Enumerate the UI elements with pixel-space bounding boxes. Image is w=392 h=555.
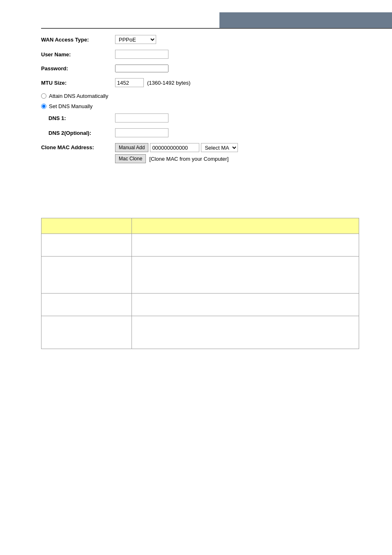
table-cell-right-2 — [132, 257, 359, 294]
mac-clone-hint: [Clone MAC from your Computer] — [149, 156, 228, 162]
password-row: Password: — [41, 65, 359, 72]
clone-mac-inner-row1: Manual Add Select MAC — [115, 143, 238, 152]
table-row — [42, 294, 359, 316]
dns2-row: DNS 2(Optional): — [41, 128, 359, 137]
table-cell-right-1 — [132, 234, 359, 257]
table-header-row — [42, 218, 359, 234]
table-header-col1 — [42, 218, 132, 234]
password-input[interactable] — [115, 65, 168, 72]
clone-mac-inner-row2: Mac Clone [Clone MAC from your Computer] — [115, 154, 238, 163]
dns1-row: DNS 1: — [41, 113, 359, 123]
clone-mac-controls: Manual Add Select MAC Mac Clone [Clone M… — [115, 143, 238, 163]
wan-access-type-row: WAN Access Type: PPPoE DHCP Static IP — [41, 35, 359, 44]
select-mac-dropdown[interactable]: Select MAC — [201, 143, 238, 152]
table-cell-right-3 — [132, 294, 359, 316]
password-label: Password: — [41, 65, 115, 72]
dns2-input[interactable] — [115, 128, 168, 137]
table-cell-right-4 — [132, 316, 359, 349]
header-bar — [219, 12, 392, 28]
set-dns-row: Set DNS Manually — [41, 103, 359, 109]
attain-dns-radio[interactable] — [41, 93, 46, 99]
dns1-label: DNS 1: — [41, 115, 115, 121]
dns2-label: DNS 2(Optional): — [41, 130, 115, 136]
clone-mac-label: Clone MAC Address: — [41, 143, 115, 150]
wan-config-form: WAN Access Type: PPPoE DHCP Static IP Us… — [41, 35, 359, 166]
mtu-hint: (1360-1492 bytes) — [147, 80, 191, 86]
clone-mac-row: Clone MAC Address: Manual Add Select MAC… — [41, 143, 359, 163]
info-table — [41, 218, 359, 349]
table-cell-left-3 — [42, 294, 132, 316]
set-dns-radio[interactable] — [41, 104, 46, 109]
table-cell-left-4 — [42, 316, 132, 349]
user-name-row: User Name: — [41, 50, 359, 59]
table-row — [42, 257, 359, 294]
set-dns-label[interactable]: Set DNS Manually — [49, 103, 92, 109]
wan-access-type-label: WAN Access Type: — [41, 37, 115, 43]
mtu-size-input[interactable] — [115, 78, 144, 87]
info-table-section — [41, 218, 359, 349]
attain-dns-label[interactable]: Attain DNS Automatically — [49, 93, 108, 99]
dns1-input[interactable] — [115, 113, 168, 123]
user-name-input[interactable] — [115, 50, 168, 59]
table-row — [42, 234, 359, 257]
wan-access-type-select[interactable]: PPPoE DHCP Static IP — [115, 35, 156, 44]
mac-address-input[interactable] — [150, 143, 199, 152]
table-cell-left-2 — [42, 257, 132, 294]
mtu-size-row: MTU Size: (1360-1492 bytes) — [41, 78, 359, 87]
table-row — [42, 316, 359, 349]
attain-dns-row: Attain DNS Automatically — [41, 93, 359, 99]
manual-add-button[interactable]: Manual Add — [115, 143, 148, 152]
user-name-label: User Name: — [41, 51, 115, 58]
divider-line — [41, 28, 392, 29]
mac-clone-button[interactable]: Mac Clone — [115, 154, 146, 163]
mtu-size-label: MTU Size: — [41, 80, 115, 86]
table-cell-left-1 — [42, 234, 132, 257]
table-header-col2 — [132, 218, 359, 234]
